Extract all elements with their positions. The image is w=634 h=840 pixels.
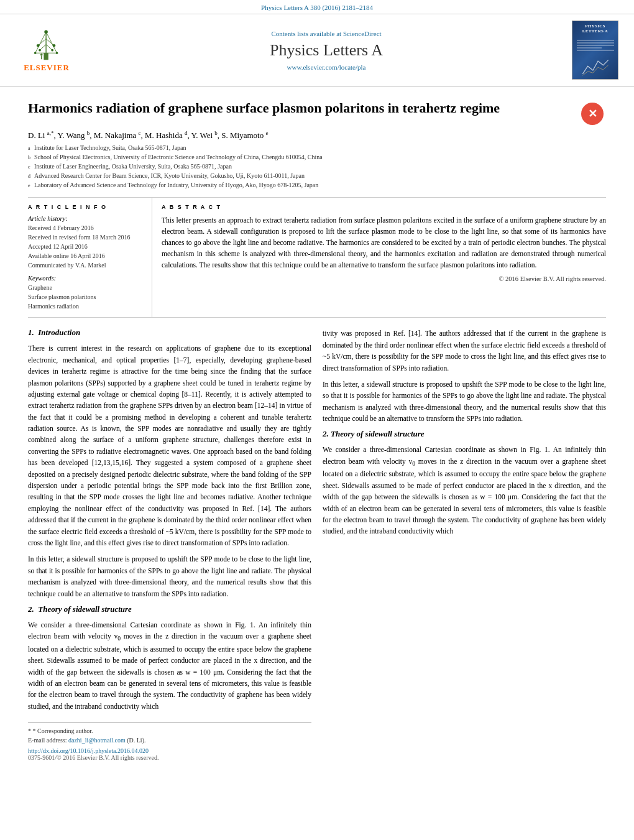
section-2-para-0: We consider a three-dimensional Cartesia…: [28, 619, 311, 712]
journal-url[interactable]: www.elsevier.com/locate/pla: [81, 63, 572, 71]
svg-point-8: [37, 44, 40, 47]
affil-c: c Institute of Laser Engineering, Osaka …: [28, 162, 606, 171]
authors-line: D. Li a,*, Y. Wang b, M. Nakajima c, M. …: [28, 130, 606, 141]
affil-d: d Advanced Research Center for Beam Scie…: [28, 171, 606, 180]
communicated-by: Communicated by V.A. Markel: [28, 261, 142, 270]
doi-line[interactable]: http://dx.doi.org/10.1016/j.physleta.201…: [28, 747, 311, 754]
section-1-para-0: There is current interest in the researc…: [28, 343, 311, 548]
svg-point-9: [53, 44, 56, 47]
sciencedirect-link-text[interactable]: ScienceDirect: [343, 30, 382, 37]
svg-line-5: [40, 45, 46, 50]
cover-title-text: PHYSICS LETTERS A: [575, 24, 615, 34]
affiliations: a Institute for Laser Technology, Suita,…: [28, 143, 606, 190]
svg-point-12: [34, 52, 37, 54]
footnote-section: * * Corresponding author. E-mail address…: [28, 722, 311, 761]
article-info-label: A R T I C L E I N F O: [28, 204, 142, 210]
crossmark-container: ✕: [581, 103, 606, 125]
section-1-para-1: In this letter, a sidewall structure is …: [28, 553, 311, 599]
doi-text: http://dx.doi.org/10.1016/j.physleta.201…: [28, 747, 149, 754]
corresponding-label: * Corresponding author.: [33, 727, 93, 734]
crossmark-icon: ✕: [581, 103, 604, 125]
right-column: tivity was proposed in Ref. [14]. The au…: [323, 328, 606, 761]
right-col-para-1: tivity was proposed in Ref. [14]. The au…: [323, 328, 606, 374]
keyword-1: Surface plasmon polaritons: [28, 292, 142, 302]
svg-rect-0: [44, 53, 48, 60]
sciencedirect-prefix: Contents lists available at: [271, 30, 341, 37]
section-2-title: Theory of sidewall structure: [38, 604, 132, 614]
right-section-2-heading: 2. Theory of sidewall structure: [323, 429, 606, 439]
corresponding-author-note: * * Corresponding author.: [28, 726, 311, 736]
section-1-title: Introduction: [38, 328, 80, 337]
sciencedirect-line: Contents lists available at ScienceDirec…: [81, 30, 572, 37]
received-date: Received 4 February 2016: [28, 223, 142, 233]
svg-point-11: [51, 49, 53, 52]
accepted-date: Accepted 12 April 2016: [28, 242, 142, 251]
cover-chart: [577, 56, 614, 76]
svg-point-7: [44, 30, 48, 34]
email-address[interactable]: dazhi_li@hotmail.com: [68, 737, 126, 744]
citation-bar: Physics Letters A 380 (2016) 2181–2184: [0, 0, 634, 14]
email-label: E-mail address:: [28, 737, 67, 744]
journal-header: ELSEVIER Contents lists available at Sci…: [0, 14, 634, 87]
paper-columns: 1. Introduction There is current interes…: [28, 328, 606, 761]
abstract-section: A B S T R A C T This letter presents an …: [152, 198, 606, 317]
keywords-section: Keywords: Graphene Surface plasmon polar…: [28, 275, 142, 311]
right-section-2-para: We consider a three-dimensional Cartesia…: [323, 444, 606, 537]
keyword-2: Harmonics radiation: [28, 302, 142, 311]
citation-text: Physics Letters A 380 (2016) 2181–2184: [261, 4, 373, 11]
history-group: Article history: Received 4 February 201…: [28, 215, 142, 270]
revised-date: Received in revised form 18 March 2016: [28, 233, 142, 242]
section-2-num: 2.: [28, 604, 34, 614]
svg-point-14: [40, 53, 43, 56]
right-col-para-2: In this letter, a sidewall structure is …: [323, 379, 606, 425]
abstract-text: This letter presents an approach to extr…: [162, 215, 606, 270]
paper-title: Harmonics radiation of graphene surface …: [28, 99, 575, 118]
journal-cover: PHYSICS LETTERS A: [572, 21, 622, 80]
section-1-num: 1.: [28, 328, 34, 337]
elsevier-label: ELSEVIER: [24, 63, 70, 73]
affil-a: a Institute for Laser Technology, Suita,…: [28, 143, 606, 152]
info-abstract-section: A R T I C L E I N F O Article history: R…: [28, 197, 606, 318]
available-date: Available online 16 April 2016: [28, 251, 142, 261]
paper-body: Harmonics radiation of graphene surface …: [0, 87, 634, 773]
elsevier-tree-svg: [22, 27, 71, 62]
elsevier-logo: ELSEVIER: [12, 27, 81, 73]
svg-line-6: [46, 45, 52, 50]
section-1-heading: 1. Introduction: [28, 328, 311, 338]
history-label: Article history:: [28, 215, 142, 222]
abstract-label: A B S T R A C T: [162, 204, 606, 210]
journal-title: Physics Letters A: [81, 41, 572, 60]
email-line: E-mail address: dazhi_li@hotmail.com (D.…: [28, 736, 311, 745]
svg-point-10: [39, 49, 41, 52]
keyword-0: Graphene: [28, 283, 142, 292]
journal-center: Contents lists available at ScienceDirec…: [81, 30, 572, 71]
title-section: Harmonics radiation of graphene surface …: [28, 99, 606, 125]
article-info: A R T I C L E I N F O Article history: R…: [28, 198, 152, 317]
issn-copyright: 0375-9601/© 2016 Elsevier B.V. All right…: [28, 754, 311, 761]
email-suffix: (D. Li).: [127, 737, 145, 744]
corresponding-star: *: [28, 727, 33, 734]
left-column: 1. Introduction There is current interes…: [28, 328, 311, 761]
affil-e: e Laboratory of Advanced Science and Tec…: [28, 180, 606, 190]
abstract-copyright: © 2016 Elsevier B.V. All rights reserved…: [162, 275, 606, 282]
svg-point-13: [56, 52, 58, 54]
keywords-label: Keywords:: [28, 275, 142, 282]
affil-b: b School of Physical Electronics, Univer…: [28, 152, 606, 162]
section-2-heading: 2. Theory of sidewall structure: [28, 604, 311, 614]
